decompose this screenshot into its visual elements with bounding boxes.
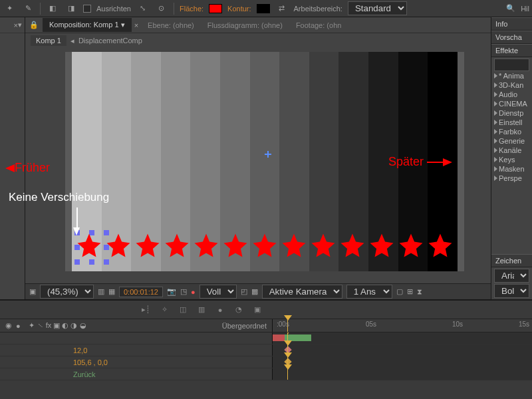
chevron-right-icon [494, 166, 497, 172]
help-search-icon[interactable]: 🔍 [506, 4, 515, 13]
tab-footage[interactable]: Footage: (ohn [289, 19, 348, 32]
crumb-comp[interactable]: Komp 1 [31, 35, 66, 46]
target-mini-icon[interactable]: ▣ [29, 287, 36, 296]
camera-select[interactable]: Aktive Kamera [262, 285, 342, 299]
align-checkbox[interactable] [83, 5, 91, 13]
views-select[interactable]: 1 Ans [346, 285, 392, 299]
table-row[interactable]: 12,0 [0, 344, 532, 356]
effects-folder[interactable]: Keys [494, 155, 529, 164]
font-weight-select[interactable]: Bold [494, 284, 529, 298]
timecode[interactable]: 0:00:01:12 [119, 287, 163, 297]
frameblend-icon[interactable]: ◫ [177, 304, 189, 316]
chevron-right-icon [494, 120, 497, 125]
panel-preview[interactable]: Vorscha [491, 31, 532, 44]
snapshot-icon[interactable]: 📷 [167, 287, 176, 296]
view-icon[interactable]: ▢ [396, 287, 403, 296]
star-icon [309, 231, 337, 259]
blur-icon[interactable]: ● [214, 304, 226, 316]
chevron-right-icon [494, 138, 497, 144]
lock-icon[interactable]: 🔒 [25, 21, 43, 29]
effects-search-input[interactable] [494, 59, 529, 71]
star-icon [221, 231, 249, 259]
effects-folder[interactable]: CINEMA [494, 99, 529, 108]
timeline-column-header: ◉ ● ✦ ⟍ fx ▣ ◐ ◑ ◒ Übergeordnet [0, 319, 273, 332]
effects-folder[interactable]: Audio [494, 90, 529, 99]
chevron-right-icon [494, 82, 497, 88]
property-value[interactable]: 12,0 [0, 344, 273, 356]
table-row[interactable]: Zurück [0, 368, 532, 380]
snap-icon[interactable]: ◧ [46, 2, 59, 15]
link-icon[interactable]: ⇄ [275, 2, 289, 15]
effects-folder[interactable]: * Anima [494, 71, 529, 80]
roi-icon[interactable]: ◰ [241, 287, 247, 296]
pen-tool-icon[interactable]: ✎ [21, 2, 35, 15]
tab-flowchart[interactable]: Flussdiagramm: (ohne) [201, 19, 289, 32]
workspace-select[interactable]: Standard [348, 1, 407, 15]
help-label: Hil [521, 5, 529, 13]
tab-layer[interactable]: Ebene: (ohne) [141, 19, 201, 32]
annotation-later: Später [388, 155, 452, 169]
expand-icon[interactable]: ⤡ [136, 2, 150, 15]
chevron-right-icon [494, 148, 497, 153]
resolution-select[interactable]: Voll [200, 285, 237, 299]
motionblur-icon[interactable]: ▥ [196, 304, 207, 316]
grid-icon[interactable]: ▦ [108, 287, 115, 296]
shy-icon[interactable]: ▸┊ [140, 304, 152, 316]
panel-menu-icon[interactable]: ▾ [18, 21, 22, 29]
timeline-panel: ▸┊ ✧ ◫ ▥ ● ◔ ▣ ◉ ● ✦ ⟍ fx ▣ ◐ ◑ ◒ Überge… [0, 299, 532, 399]
composition-canvas[interactable]: Später [65, 52, 464, 271]
fill-swatch[interactable] [209, 4, 222, 13]
effects-folder[interactable]: Perspe [494, 174, 529, 183]
panel-info[interactable]: Info [491, 17, 532, 31]
star-outline-icon[interactable]: ✧ [158, 304, 170, 316]
timeline-rows: 12,0 105,6 , 0,0 Zurück [0, 332, 532, 399]
snap2-icon[interactable]: ◨ [65, 2, 78, 15]
crumb-displacement[interactable]: DisplacementComp [78, 37, 142, 45]
pixel-icon[interactable]: ⊞ [407, 287, 413, 296]
region-icon[interactable]: ◳ [180, 287, 187, 296]
table-row[interactable] [0, 332, 532, 344]
stroke-swatch[interactable] [257, 4, 270, 13]
panel-character[interactable]: Zeichen [491, 254, 532, 267]
font-select[interactable]: Arial [494, 269, 529, 283]
viewer-tabs: 🔒 Komposition: Komp 1 ▾ × Ebene: (ohne) … [25, 17, 491, 33]
arrow-down-icon [73, 227, 80, 235]
star-icon[interactable] [75, 231, 103, 259]
layout-icon[interactable]: ▥ [98, 287, 104, 296]
effects-folder[interactable]: Einstell [494, 118, 529, 127]
transparency-icon[interactable]: ▩ [251, 287, 258, 296]
effects-folder[interactable]: Farbko [494, 127, 529, 136]
star-icon [426, 231, 454, 259]
panel-effects[interactable]: Effekte [491, 44, 532, 57]
chevron-right-icon [494, 110, 497, 116]
effects-folder[interactable]: Dienstp [494, 108, 529, 118]
selection-tool-icon[interactable]: ✦ [3, 2, 16, 15]
left-dock: ×▾ [0, 17, 25, 299]
effects-folder[interactable]: Masken [494, 164, 529, 174]
timeline-toolbar: ▸┊ ✧ ◫ ▥ ● ◔ ▣ [0, 301, 532, 319]
3d-icon[interactable]: ▣ [251, 304, 263, 316]
lock-col-icon[interactable]: ● [16, 322, 21, 330]
property-value[interactable]: Zurück [0, 368, 273, 380]
eye-icon[interactable]: ◉ [5, 321, 12, 330]
timeline-icon[interactable]: ⧗ [417, 287, 422, 296]
table-row[interactable]: 105,6 , 0,0 [0, 356, 532, 368]
effects-folder[interactable]: Generie [494, 136, 529, 146]
arrow-right-icon [443, 158, 452, 166]
effects-folder[interactable]: 3D-Kan [494, 80, 529, 90]
tab-composition[interactable]: Komposition: Komp 1 ▾ [43, 18, 132, 32]
close-tab-icon[interactable]: × [132, 21, 141, 29]
crumb-sep-icon: ◂ [70, 37, 74, 45]
fill-label: Fläche: [180, 5, 203, 13]
annotation-noshift: Keine Verschiebung [9, 191, 109, 204]
target-icon[interactable]: ⊙ [155, 2, 168, 15]
graph-icon[interactable]: ◔ [233, 304, 245, 316]
gradient-background: Später [72, 52, 458, 271]
timeline-ruler[interactable]: :00s 05s 10s 15s [273, 319, 532, 332]
breadcrumb: Komp 1 ◂ DisplacementComp [25, 33, 491, 48]
annotation-arrow-stem [76, 207, 78, 227]
channels-icon[interactable]: ● [191, 288, 196, 296]
zoom-select[interactable]: (45,3%) [40, 285, 94, 299]
top-toolbar: ✦ ✎ ◧ ◨ Ausrichten ⤡ ⊙ Fläche: Kontur: ⇄… [0, 0, 532, 17]
effects-folder[interactable]: Kanäle [494, 146, 529, 155]
